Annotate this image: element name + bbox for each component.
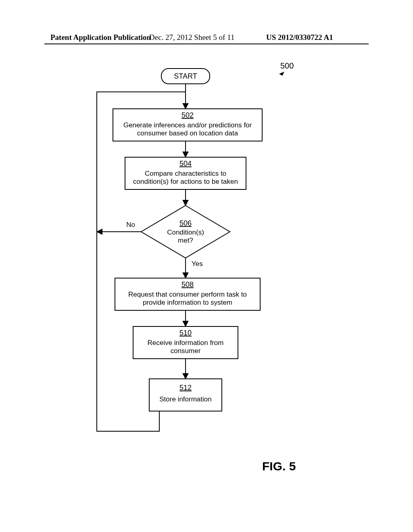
svg-text:506: 506	[179, 219, 192, 227]
svg-text:510: 510	[179, 329, 192, 337]
svg-text:512: 512	[179, 384, 192, 392]
svg-text:consumer based on location dat: consumer based on location data	[137, 129, 238, 137]
step-502: 502 Generate inferences and/or predictio…	[113, 109, 262, 141]
decision-506: 506 Condition(s) met?	[141, 206, 230, 258]
svg-text:consumer: consumer	[171, 347, 201, 355]
svg-text:provide information to system: provide information to system	[143, 299, 232, 306]
header-left: Patent Application Publication	[50, 33, 151, 42]
svg-text:condition(s) for actions to be: condition(s) for actions to be taken	[133, 178, 238, 185]
svg-text:504: 504	[179, 160, 192, 168]
svg-text:Store information: Store information	[159, 395, 211, 403]
svg-text:Receive information from: Receive information from	[148, 339, 224, 347]
step-508: 508 Request that consumer perform task t…	[115, 278, 260, 310]
header-rule	[44, 44, 369, 44]
svg-text:START: START	[174, 72, 197, 80]
svg-text:met?: met?	[178, 237, 193, 244]
flowchart: 500 START 502 Generate inferences and/or…	[0, 60, 413, 455]
refnum-mark-icon	[279, 72, 284, 76]
step-504: 504 Compare characteristics to condition…	[125, 157, 246, 189]
step-510: 510 Receive information from consumer	[133, 326, 238, 359]
header-right: US 2012/0330722 A1	[266, 33, 333, 42]
step-512: 512 Store information	[149, 379, 222, 411]
decision-no-label: No	[126, 221, 135, 229]
svg-text:502: 502	[181, 111, 194, 119]
svg-text:Condition(s): Condition(s)	[167, 229, 204, 236]
header-mid: Dec. 27, 2012 Sheet 5 of 11	[149, 33, 234, 42]
start-terminator: START	[161, 69, 210, 84]
figure-caption: FIG. 5	[262, 459, 296, 473]
svg-text:508: 508	[181, 281, 194, 289]
decision-yes-label: Yes	[192, 260, 203, 268]
svg-text:Generate inferences and/or pre: Generate inferences and/or predictions f…	[123, 121, 252, 129]
svg-text:Request that consumer perform : Request that consumer perform task to	[128, 291, 247, 298]
figure-refnum: 500	[280, 61, 294, 70]
svg-text:Compare characteristics to: Compare characteristics to	[145, 170, 226, 177]
